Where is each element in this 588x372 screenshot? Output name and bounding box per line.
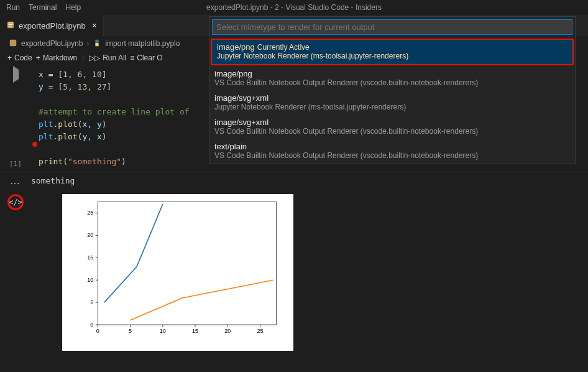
svg-text:0: 0 [90, 322, 93, 328]
quickpick-item-desc: Jupyter Notebook Renderer (ms-toolsai.ju… [217, 52, 567, 60]
quickpick-item-desc: Jupyter Notebook Renderer (ms-toolsai.ju… [214, 103, 570, 111]
svg-text:20: 20 [87, 232, 93, 238]
svg-text:10: 10 [160, 328, 166, 334]
quickpick-item[interactable]: text/plainVS Code Builtin Notebook Outpu… [209, 139, 575, 164]
svg-text:5: 5 [129, 328, 132, 334]
notebook-icon [9, 39, 17, 49]
menu-run[interactable]: Run [6, 3, 20, 12]
change-renderer-button[interactable]: </> [7, 194, 24, 210]
quickpick-item-title: text/plain [214, 142, 247, 151]
quickpick-item-badge: Currently Active [257, 43, 310, 52]
clear-outputs-button[interactable]: ≡ Clear O [130, 53, 162, 62]
tab-label: exportedPlot.ipynb [19, 21, 86, 30]
quickpick-input[interactable] [212, 19, 572, 35]
quickpick-item-desc: VS Code Builtin Notebook Output Renderer… [214, 127, 570, 136]
quickpick-item-title: image/svg+xml [214, 118, 269, 127]
svg-text:5: 5 [90, 299, 93, 305]
quickpick-item-desc: VS Code Builtin Notebook Output Renderer… [214, 151, 570, 160]
svg-rect-1 [9, 22, 13, 23]
quickpick-item[interactable]: image/svg+xmlVS Code Builtin Notebook Ou… [209, 115, 575, 139]
svg-rect-5 [98, 202, 276, 325]
svg-rect-2 [9, 24, 13, 25]
play-icon: ▷▷ [89, 53, 100, 62]
quickpick-item-title: image/svg+xml [214, 93, 269, 103]
close-icon[interactable]: × [92, 21, 97, 30]
svg-text:25: 25 [257, 328, 264, 334]
quickpick-dialog: image/pngCurrently ActiveJupyter Noteboo… [209, 16, 576, 164]
svg-rect-4 [10, 39, 17, 46]
plot-output: 05101520250510152025 [62, 194, 293, 351]
svg-text:15: 15 [87, 254, 93, 261]
add-code-button[interactable]: + Code [7, 53, 32, 62]
quickpick-item[interactable]: image/pngCurrently ActiveJupyter Noteboo… [211, 39, 574, 65]
quickpick-item-desc: VS Code Builtin Notebook Output Renderer… [214, 78, 570, 87]
quickpick-item[interactable]: image/svg+xmlJupyter Notebook Renderer (… [209, 91, 575, 115]
svg-rect-3 [9, 26, 12, 26]
quickpick-item-title: image/png [214, 69, 252, 78]
svg-text:10: 10 [87, 277, 93, 283]
breakpoint-icon[interactable] [32, 142, 37, 147]
svg-text:20: 20 [224, 328, 231, 334]
breadcrumb-file[interactable]: exportedPlot.ipynb [21, 39, 83, 48]
line-chart: 05101520250510152025 [87, 199, 287, 336]
quickpick-item-title: image/png [217, 42, 255, 52]
add-markdown-button[interactable]: + Markdown [36, 53, 77, 62]
execution-count: [1] [9, 160, 22, 168]
breadcrumb-item[interactable]: import matplotlib.pyplo [105, 39, 180, 48]
svg-text:0: 0 [96, 328, 99, 334]
notebook-icon [6, 21, 15, 31]
clear-icon: ≡ [130, 53, 134, 62]
run-all-button[interactable]: ▷▷ Run All [89, 53, 126, 62]
quickpick-item[interactable]: image/pngVS Code Builtin Notebook Output… [209, 67, 575, 91]
svg-text:15: 15 [192, 328, 198, 334]
more-icon[interactable]: ⋯ [0, 176, 31, 189]
output-text: something [31, 176, 75, 189]
menu-terminal[interactable]: Terminal [29, 3, 57, 12]
tab-exportedplot[interactable]: exportedPlot.ipynb × [0, 15, 104, 36]
python-icon [93, 39, 101, 49]
run-cell-button[interactable] [13, 70, 19, 79]
menubar: Run Terminal Help [0, 0, 588, 15]
menu-help[interactable]: Help [65, 3, 81, 12]
chevron-right-icon: › [86, 39, 89, 48]
svg-text:25: 25 [87, 210, 93, 216]
